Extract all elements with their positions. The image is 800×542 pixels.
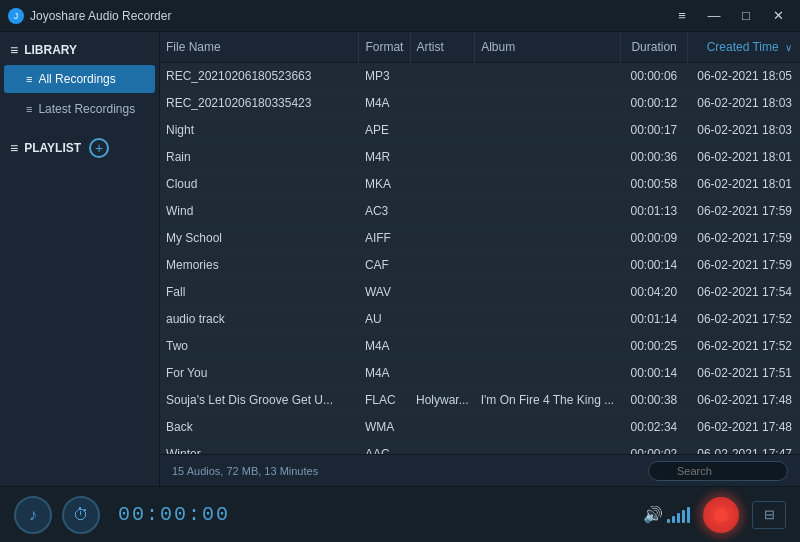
cell-created: 06-02-2021 17:51	[687, 360, 800, 387]
cell-format: M4A	[359, 333, 410, 360]
col-header-duration[interactable]: Duration	[620, 32, 687, 63]
cell-duration: 00:00:12	[620, 90, 687, 117]
music-button[interactable]: ♪	[14, 496, 52, 534]
table-row[interactable]: Two M4A 00:00:25 06-02-2021 17:52	[160, 333, 800, 360]
cell-album	[475, 306, 620, 333]
table-row[interactable]: Rain M4R 00:00:36 06-02-2021 18:01	[160, 144, 800, 171]
volume-bar-2	[672, 516, 675, 523]
cell-album	[475, 63, 620, 90]
search-input[interactable]	[648, 461, 788, 481]
app-title: Joyoshare Audio Recorder	[30, 9, 668, 23]
content-area: File Name Format Artist Album Duration	[160, 32, 800, 486]
cell-artist	[410, 306, 475, 333]
music-icon: ♪	[29, 506, 37, 524]
maximize-button[interactable]: □	[732, 6, 760, 26]
clock-icon: ⏱	[73, 506, 89, 524]
cell-created: 06-02-2021 18:03	[687, 90, 800, 117]
layout-button[interactable]: ⊟	[752, 501, 786, 529]
cell-format: AC3	[359, 198, 410, 225]
cell-created: 06-02-2021 17:52	[687, 306, 800, 333]
cell-duration: 00:01:14	[620, 306, 687, 333]
cell-album	[475, 360, 620, 387]
table-row[interactable]: Cloud MKA 00:00:58 06-02-2021 18:01	[160, 171, 800, 198]
table-row[interactable]: For You M4A 00:00:14 06-02-2021 17:51	[160, 360, 800, 387]
cell-created: 06-02-2021 17:47	[687, 441, 800, 455]
cell-duration: 00:00:09	[620, 225, 687, 252]
sidebar-item-all-recordings[interactable]: ≡ All Recordings	[4, 65, 155, 93]
cell-filename: Back	[160, 414, 359, 441]
table-row[interactable]: Memories CAF 00:00:14 06-02-2021 17:59	[160, 252, 800, 279]
col-header-created[interactable]: Created Time ∨	[687, 32, 800, 63]
cell-format: WMA	[359, 414, 410, 441]
cell-duration: 00:00:38	[620, 387, 687, 414]
layout-icon: ⊟	[764, 507, 775, 522]
clock-button[interactable]: ⏱	[62, 496, 100, 534]
menu-button[interactable]: ≡	[668, 6, 696, 26]
status-bar: 15 Audios, 72 MB, 13 Minutes 🔍	[160, 454, 800, 486]
cell-artist	[410, 63, 475, 90]
cell-duration: 00:00:36	[620, 144, 687, 171]
cell-duration: 00:00:02	[620, 441, 687, 455]
table-row[interactable]: Winter AAC 00:00:02 06-02-2021 17:47	[160, 441, 800, 455]
cell-created: 06-02-2021 17:59	[687, 198, 800, 225]
volume-bars	[667, 507, 690, 523]
table-row[interactable]: Fall WAV 00:04:20 06-02-2021 17:54	[160, 279, 800, 306]
playlist-header: ≡ PLAYLIST +	[0, 128, 159, 164]
cell-artist	[410, 279, 475, 306]
cell-format: M4A	[359, 90, 410, 117]
main-content: ≡ LIBRARY ≡ All Recordings ≡ Latest Reco…	[0, 32, 800, 486]
title-bar: J Joyoshare Audio Recorder ≡ — □ ✕	[0, 0, 800, 32]
latest-recordings-label: Latest Recordings	[38, 102, 135, 116]
cell-album	[475, 198, 620, 225]
record-button[interactable]	[700, 494, 742, 536]
cell-album	[475, 117, 620, 144]
cell-format: AU	[359, 306, 410, 333]
app-icon: J	[8, 8, 24, 24]
cell-created: 06-02-2021 18:05	[687, 63, 800, 90]
minimize-button[interactable]: —	[700, 6, 728, 26]
cell-duration: 00:00:14	[620, 360, 687, 387]
playlist-add-button[interactable]: +	[89, 138, 109, 158]
cell-artist	[410, 90, 475, 117]
cell-artist	[410, 414, 475, 441]
cell-duration: 00:01:13	[620, 198, 687, 225]
cell-filename: Night	[160, 117, 359, 144]
cell-format: M4R	[359, 144, 410, 171]
cell-filename: Cloud	[160, 171, 359, 198]
file-table[interactable]: File Name Format Artist Album Duration	[160, 32, 800, 454]
table-row[interactable]: REC_20210206180523663 MP3 00:00:06 06-02…	[160, 63, 800, 90]
table-row[interactable]: Back WMA 00:02:34 06-02-2021 17:48	[160, 414, 800, 441]
cell-created: 06-02-2021 17:59	[687, 252, 800, 279]
cell-filename: Wind	[160, 198, 359, 225]
col-header-album[interactable]: Album	[475, 32, 620, 63]
col-header-artist[interactable]: Artist	[410, 32, 475, 63]
sidebar: ≡ LIBRARY ≡ All Recordings ≡ Latest Reco…	[0, 32, 160, 486]
cell-filename: Souja's Let Dis Groove Get U...	[160, 387, 359, 414]
cell-album	[475, 171, 620, 198]
library-header[interactable]: ≡ LIBRARY	[0, 32, 159, 64]
cell-duration: 00:02:34	[620, 414, 687, 441]
col-header-format[interactable]: Format	[359, 32, 410, 63]
latest-recordings-icon: ≡	[26, 103, 32, 115]
table-row[interactable]: REC_20210206180335423 M4A 00:00:12 06-02…	[160, 90, 800, 117]
cell-artist	[410, 117, 475, 144]
cell-artist	[410, 441, 475, 455]
col-header-filename[interactable]: File Name	[160, 32, 359, 63]
table-row[interactable]: Wind AC3 00:01:13 06-02-2021 17:59	[160, 198, 800, 225]
volume-bar-5	[687, 507, 690, 523]
volume-bar-3	[677, 513, 680, 523]
volume-control[interactable]: 🔊	[643, 505, 690, 524]
close-button[interactable]: ✕	[764, 6, 792, 26]
cell-filename: My School	[160, 225, 359, 252]
table-row[interactable]: Souja's Let Dis Groove Get U... FLAC Hol…	[160, 387, 800, 414]
cell-format: MKA	[359, 171, 410, 198]
cell-album	[475, 252, 620, 279]
table-row[interactable]: My School AIFF 00:00:09 06-02-2021 17:59	[160, 225, 800, 252]
cell-artist	[410, 360, 475, 387]
cell-created: 06-02-2021 17:52	[687, 333, 800, 360]
table-row[interactable]: Night APE 00:00:17 06-02-2021 18:03	[160, 117, 800, 144]
volume-bar-4	[682, 510, 685, 523]
sidebar-item-latest-recordings[interactable]: ≡ Latest Recordings	[4, 95, 155, 123]
all-recordings-icon: ≡	[26, 73, 32, 85]
table-row[interactable]: audio track AU 00:01:14 06-02-2021 17:52	[160, 306, 800, 333]
